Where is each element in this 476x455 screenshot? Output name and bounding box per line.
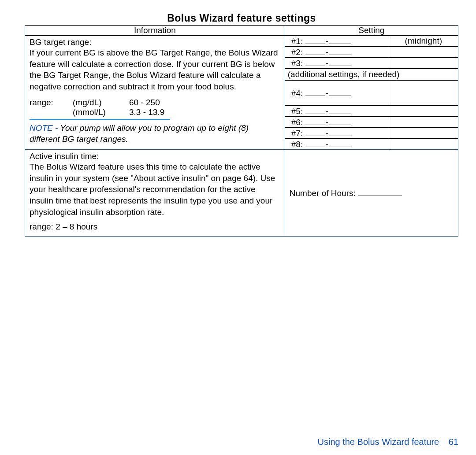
divider xyxy=(30,119,170,120)
slot-4: #4: - xyxy=(285,81,389,106)
page-number: 61 xyxy=(449,437,458,447)
slot-2: #2: - xyxy=(285,47,389,58)
number-of-hours-label: Number of Hours: xyxy=(290,189,356,198)
slot-3: #3: - xyxy=(285,58,389,69)
note-label: NOTE - xyxy=(30,123,60,133)
bg-target-label: BG target range: xyxy=(30,37,280,47)
active-insulin-info-cell: Active insulin time: The Bolus Wizard fe… xyxy=(25,150,285,237)
mmol-value: 3.3 - 13.9 xyxy=(129,107,164,117)
active-insulin-description: The Bolus Wizard feature uses this time … xyxy=(30,161,280,218)
mgdl-label: (mg/dL) xyxy=(73,98,112,107)
settings-table: Information Setting BG target range: If … xyxy=(25,25,458,237)
col-header-information: Information xyxy=(25,26,285,36)
mmol-label: (mmol/L) xyxy=(73,107,112,117)
mgdl-value: 60 - 250 xyxy=(129,98,160,107)
bg-target-info-cell: BG target range: If your current BG is a… xyxy=(25,36,285,150)
slot-1-extra: (midnight) xyxy=(389,36,458,47)
active-insulin-setting-cell: Number of Hours: xyxy=(285,150,458,237)
table-row: BG target range: If your current BG is a… xyxy=(25,36,458,150)
table-row: Active insulin time: The Bolus Wizard fe… xyxy=(25,150,458,237)
range-label: range: xyxy=(30,98,56,107)
table-title: Bolus Wizard feature settings xyxy=(25,11,458,25)
page-footer: Using the Bolus Wizard feature 61 xyxy=(318,437,459,447)
bg-target-setting-cell: #1: - (midnight) #2: - xyxy=(285,36,458,150)
bg-target-description: If your current BG is above the BG Targe… xyxy=(30,47,280,92)
active-insulin-label: Active insulin time: xyxy=(30,152,280,161)
active-insulin-range: range: 2 – 8 hours xyxy=(30,222,280,232)
slot-7: #7: - xyxy=(285,128,389,139)
note-text: Your pump will allow you to program up t… xyxy=(30,123,249,144)
chapter-title: Using the Bolus Wizard feature xyxy=(318,437,439,447)
col-header-setting: Setting xyxy=(285,26,458,36)
additional-settings-note: (additional settings, if needed) xyxy=(285,69,458,81)
slot-6: #6: - xyxy=(285,117,389,128)
slot-5: #5: - xyxy=(285,106,389,117)
slot-8: #8: - xyxy=(285,139,389,150)
slot-1: #1: - xyxy=(285,36,389,47)
